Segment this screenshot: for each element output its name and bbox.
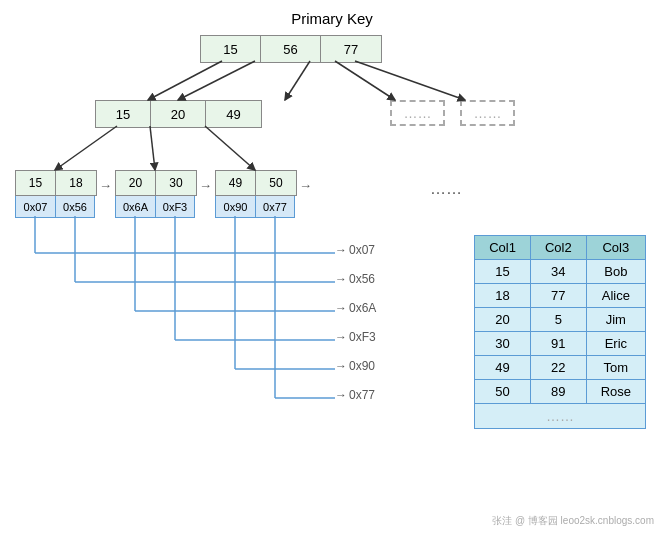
leaf-arrow-0: → (99, 178, 112, 193)
table-row: 4922Tom (475, 356, 646, 380)
table-cell-5-1: 89 (530, 380, 586, 404)
table-cell-0-1: 34 (530, 260, 586, 284)
svg-line-7 (205, 126, 255, 170)
leaf-top-2-1: 50 (256, 171, 296, 195)
svg-line-5 (55, 126, 117, 170)
svg-line-0 (148, 61, 222, 100)
leaf-top-2-0: 49 (216, 171, 256, 195)
ptr-arrow-2: →0x6A (335, 301, 376, 315)
leaf-bot-2-1: 0x77 (255, 196, 295, 218)
table-row: 3091Eric (475, 332, 646, 356)
table-cell-0-0: 15 (475, 260, 531, 284)
table-cell-4-2: Tom (586, 356, 645, 380)
ptr-arrow-3: →0xF3 (335, 330, 376, 344)
table-cell-0-2: Bob (586, 260, 645, 284)
pk-row: 15 56 77 (200, 35, 382, 63)
leaf-top-0-0: 15 (16, 171, 56, 195)
leaf-arrow-2: → (299, 178, 312, 193)
leaf-bot-2-0: 0x90 (215, 196, 255, 218)
data-table: Col1 Col2 Col3 1534Bob1877Alice205Jim309… (474, 235, 646, 429)
lvl2-cell-0: 15 (96, 101, 151, 127)
ptr-arrow-4: →0x90 (335, 359, 375, 373)
leaf-arrow-1: → (199, 178, 212, 193)
table-header-col1: Col1 (475, 236, 531, 260)
table-cell-3-0: 30 (475, 332, 531, 356)
table-footer: …… (475, 404, 646, 429)
lvl2-cell-2: 49 (206, 101, 261, 127)
leaf-top-0-1: 18 (56, 171, 96, 195)
table-row: 1877Alice (475, 284, 646, 308)
table-cell-1-1: 77 (530, 284, 586, 308)
leaf-bot-0-1: 0x56 (55, 196, 95, 218)
lvl2-row: 15 20 49 (95, 100, 262, 128)
leaf-bot-1-1: 0xF3 (155, 196, 195, 218)
table-cell-1-0: 18 (475, 284, 531, 308)
table-cell-1-2: Alice (586, 284, 645, 308)
leaf-top-1-1: 30 (156, 171, 196, 195)
leaf-bot-1-0: 0x6A (115, 196, 155, 218)
svg-line-4 (355, 61, 465, 100)
dashed-box-0: …… (390, 100, 445, 126)
svg-line-6 (150, 126, 155, 170)
table-cell-3-1: 91 (530, 332, 586, 356)
pk-cell-1: 56 (261, 36, 321, 62)
pk-cell-2: 77 (321, 36, 381, 62)
table-row: 5089Rose (475, 380, 646, 404)
table-header-col2: Col2 (530, 236, 586, 260)
watermark: 张洼 @ 博客园 leoo2sk.cnblogs.com (492, 514, 654, 528)
svg-line-1 (178, 61, 255, 100)
table-row: 205Jim (475, 308, 646, 332)
leaf-top-1-0: 20 (116, 171, 156, 195)
table-header-col3: Col3 (586, 236, 645, 260)
table-cell-2-0: 20 (475, 308, 531, 332)
table-row: 1534Bob (475, 260, 646, 284)
table-cell-4-1: 22 (530, 356, 586, 380)
table-cell-5-2: Rose (586, 380, 645, 404)
leaf-node-1: 20 30 0x6A 0xF3 (115, 170, 197, 218)
ptr-arrow-0: →0x07 (335, 243, 375, 257)
pk-cell-0: 15 (201, 36, 261, 62)
svg-line-2 (285, 61, 310, 100)
table-cell-3-2: Eric (586, 332, 645, 356)
table-cell-2-1: 5 (530, 308, 586, 332)
svg-line-3 (335, 61, 395, 100)
dots-middle: …… (430, 180, 462, 198)
ptr-arrow-5: →0x77 (335, 388, 375, 402)
leaf-node-2: 49 50 0x90 0x77 (215, 170, 297, 218)
ptr-arrow-1: →0x56 (335, 272, 375, 286)
leaf-bot-0-0: 0x07 (15, 196, 55, 218)
lvl2-cell-1: 20 (151, 101, 206, 127)
main-container: Primary Key 15 56 77 15 20 49 …… …… 15 1… (0, 0, 664, 534)
page-title: Primary Key (0, 10, 664, 27)
table-cell-2-2: Jim (586, 308, 645, 332)
table-cell-4-0: 49 (475, 356, 531, 380)
table-cell-5-0: 50 (475, 380, 531, 404)
dashed-box-1: …… (460, 100, 515, 126)
leaf-node-0: 15 18 0x07 0x56 (15, 170, 97, 218)
